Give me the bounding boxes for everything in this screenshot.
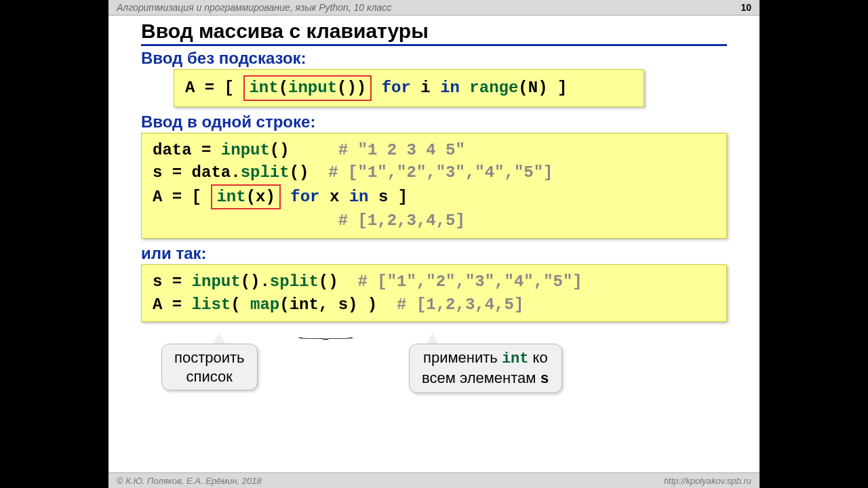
code-comment: # ["1","2","3","4","5"] — [357, 272, 582, 291]
code-text — [281, 188, 290, 206]
code-sp — [290, 141, 338, 159]
codebox-2: data = input() # "1 2 3 4 5" s = data.sp… — [141, 133, 727, 239]
callout-text: всем элементам — [422, 369, 540, 386]
callout-text: ко — [529, 349, 548, 366]
callout-right: применить int ко всем элементам s — [409, 344, 562, 393]
code-comment: # [1,2,3,4,5] — [338, 211, 465, 230]
code-text: s ] — [369, 188, 408, 206]
code-fn: input — [221, 141, 270, 159]
code-text: () — [319, 272, 338, 291]
code-sp — [338, 272, 358, 291]
code-text: () — [270, 141, 290, 159]
code-text: (N) ] — [518, 79, 567, 97]
code-text: data = — [153, 141, 221, 159]
section3-heading: или так: — [141, 244, 760, 263]
code-text: (). — [241, 272, 270, 291]
code-text: s = — [153, 272, 192, 291]
code-comment: # [1,2,3,4,5] — [397, 296, 524, 314]
code-text: x — [319, 188, 349, 206]
code-line: s = data.split() # ["1","2","3","4","5"] — [153, 161, 715, 184]
code-sp — [309, 163, 328, 182]
code-text: ( — [231, 296, 250, 314]
callout-text: применить — [423, 349, 502, 366]
callout-code: s — [540, 371, 549, 388]
callout-code: int — [502, 350, 529, 367]
code-kw: in — [349, 188, 369, 206]
code-text: (x) — [246, 188, 275, 206]
callout-left: построить список — [161, 344, 258, 390]
code-comment: # ["1","2","3","4","5"] — [328, 163, 553, 182]
highlight-box: int(x) — [211, 184, 280, 210]
code-text: A = — [153, 296, 192, 314]
footer-url: http://kpolyakov.spb.ru — [664, 476, 751, 486]
codebox-1: A = [ int(input()) for i in range(N) ] — [174, 69, 644, 107]
footer-copyright: © К.Ю. Поляков, Е.А. Ерёмин, 2018 — [117, 476, 262, 486]
callouts-area: ⏟ построить список применить int ко всем… — [141, 327, 727, 409]
code-text: i — [411, 79, 440, 97]
code-text: A = [ — [153, 188, 211, 206]
footer: © К.Ю. Поляков, Е.А. Ерёмин, 2018 http:/… — [108, 472, 760, 488]
callout-text: построить список — [174, 349, 245, 385]
code-text: ( — [279, 79, 288, 97]
code-fn: int — [216, 188, 245, 206]
slide: Алгоритмизация и программирование, язык … — [108, 0, 760, 488]
code-line: # [1,2,3,4,5] — [153, 209, 715, 232]
slide-title: Ввод массива с клавиатуры — [141, 20, 727, 46]
code-line: data = input() # "1 2 3 4 5" — [153, 139, 715, 162]
code-fn: list — [192, 296, 231, 314]
code-line: A = [ int(x) for x in s ] — [153, 184, 715, 210]
code-kw: for — [382, 79, 411, 97]
course-title: Алгоритмизация и программирование, язык … — [117, 2, 391, 13]
code-text: s = data. — [153, 163, 241, 182]
codebox-3: s = input().split() # ["1","2","3","4","… — [141, 264, 727, 322]
page-number: 10 — [741, 2, 751, 13]
code-sp — [377, 296, 397, 314]
code-fn: split — [270, 272, 319, 291]
code-text: A = [ — [185, 79, 243, 97]
code-text: () — [290, 163, 309, 182]
highlight-box: int(input()) — [243, 75, 372, 101]
code-kw: in — [440, 79, 460, 97]
code-text — [372, 79, 381, 97]
code-fn: range — [469, 79, 518, 97]
code-fn: map — [250, 296, 279, 314]
code-line: s = input().split() # ["1","2","3","4","… — [153, 270, 715, 293]
section2-heading: Ввод в одной строке: — [141, 113, 760, 131]
code-sp — [153, 211, 338, 230]
code-line: A = list( map(int, s) ) # [1,2,3,4,5] — [153, 293, 715, 317]
topbar: Алгоритмизация и программирование, язык … — [108, 0, 760, 16]
brace-icon: ⏟ — [298, 326, 355, 341]
code-fn: input — [192, 272, 241, 291]
code-comment: # "1 2 3 4 5" — [338, 141, 465, 159]
code-kw: for — [290, 188, 319, 206]
code-fn: split — [241, 163, 290, 182]
code-fn: input — [288, 79, 337, 97]
code-text: ()) — [337, 79, 366, 97]
code-text — [460, 79, 469, 97]
code-fn: int — [249, 79, 278, 97]
section1-heading: Ввод без подсказок: — [141, 49, 760, 68]
code-text: (int, s) ) — [279, 296, 377, 314]
